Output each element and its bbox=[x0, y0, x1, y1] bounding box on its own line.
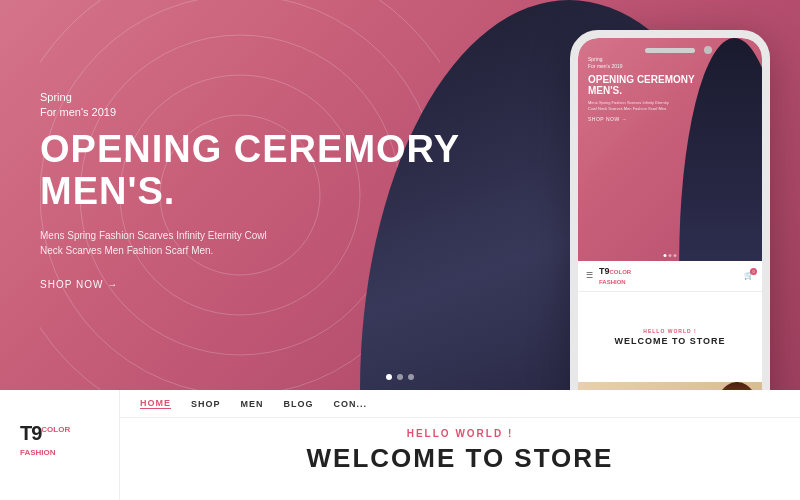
phone-dot-1[interactable] bbox=[664, 254, 667, 257]
logo-text: T9COLORFASHION bbox=[20, 422, 70, 468]
phone-navbar: ☰ T9COLORFASHION 🛒 0 bbox=[578, 261, 762, 292]
phone-description: Mens Spring Fashion Scarves Infinity Ete… bbox=[588, 100, 673, 111]
dot-3[interactable] bbox=[408, 374, 414, 380]
phone-hero-section: Spring For men's 2019 OPENING CEREMONY M… bbox=[578, 38, 762, 261]
nav-men[interactable]: MEN bbox=[241, 399, 264, 409]
phone-screen: Spring For men's 2019 OPENING CEREMONY M… bbox=[578, 38, 762, 390]
phone-product-person bbox=[712, 382, 762, 390]
phone-camera bbox=[704, 46, 712, 54]
phone-title: OPENING CEREMONY MEN'S. bbox=[588, 74, 695, 96]
phone-cta[interactable]: SHOP NOW → bbox=[588, 116, 695, 122]
phone-product-preview: Featured bbox=[578, 382, 762, 390]
bottom-right: HOME SHOP MEN BLOG CON... HELLO WORLD ! … bbox=[120, 390, 800, 484]
slider-dots bbox=[386, 374, 414, 380]
nav-home[interactable]: HOME bbox=[140, 398, 171, 409]
phone-subtitle: Spring For men's 2019 bbox=[588, 56, 695, 70]
phone-hello-label: HELLO WORLD ! bbox=[643, 328, 696, 334]
nav-contact[interactable]: CON... bbox=[334, 399, 368, 409]
hello-world-label: HELLO WORLD ! bbox=[407, 428, 514, 439]
phone-logo: T9COLORFASHION bbox=[599, 266, 631, 286]
logo-area: T9COLORFASHION bbox=[0, 390, 120, 500]
bottom-bar: T9COLORFASHION HOME SHOP MEN BLOG CON...… bbox=[0, 390, 800, 500]
phone-cart-icon[interactable]: 🛒 0 bbox=[744, 271, 754, 280]
main-nav: HOME SHOP MEN BLOG CON... bbox=[120, 390, 800, 418]
phone-mockup: Spring For men's 2019 OPENING CEREMONY M… bbox=[570, 30, 770, 390]
nav-blog[interactable]: BLOG bbox=[284, 399, 314, 409]
logo-color-label: COLORFASHION bbox=[20, 425, 70, 457]
hamburger-icon[interactable]: ☰ bbox=[586, 271, 593, 280]
nav-shop[interactable]: SHOP bbox=[191, 399, 221, 409]
dot-1[interactable] bbox=[386, 374, 392, 380]
hero-section: Spring For men's 2019 OPENING CEREMORY M… bbox=[0, 0, 800, 390]
phone-welcome-section: HELLO WORLD ! WELCOME TO STORE bbox=[578, 292, 762, 382]
cart-badge: 0 bbox=[750, 268, 757, 275]
phone-slider-dots bbox=[664, 254, 677, 257]
phone-hero-content: Spring For men's 2019 OPENING CEREMONY M… bbox=[588, 56, 695, 122]
phone-dot-2[interactable] bbox=[669, 254, 672, 257]
phone-speaker bbox=[645, 48, 695, 53]
hero-content: Spring For men's 2019 OPENING CEREMORY M… bbox=[40, 90, 460, 292]
phone-bottom-section: ☰ T9COLORFASHION 🛒 0 HELLO WORLD ! WELCO… bbox=[578, 261, 762, 390]
hero-description: Mens Spring Fashion Scarves Infinity Ete… bbox=[40, 228, 290, 258]
phone-dot-3[interactable] bbox=[674, 254, 677, 257]
dot-2[interactable] bbox=[397, 374, 403, 380]
phone-welcome-title: WELCOME TO STORE bbox=[614, 336, 725, 346]
phone-logo-sub: COLORFASHION bbox=[599, 269, 631, 285]
hero-subtitle: Spring For men's 2019 bbox=[40, 90, 460, 121]
shop-now-button[interactable]: SHOP NOW bbox=[40, 279, 118, 290]
hero-title: OPENING CEREMORY MEN'S. bbox=[40, 129, 460, 213]
welcome-title: WELCOME TO STORE bbox=[307, 443, 614, 474]
welcome-section: HELLO WORLD ! WELCOME TO STORE bbox=[120, 418, 800, 484]
